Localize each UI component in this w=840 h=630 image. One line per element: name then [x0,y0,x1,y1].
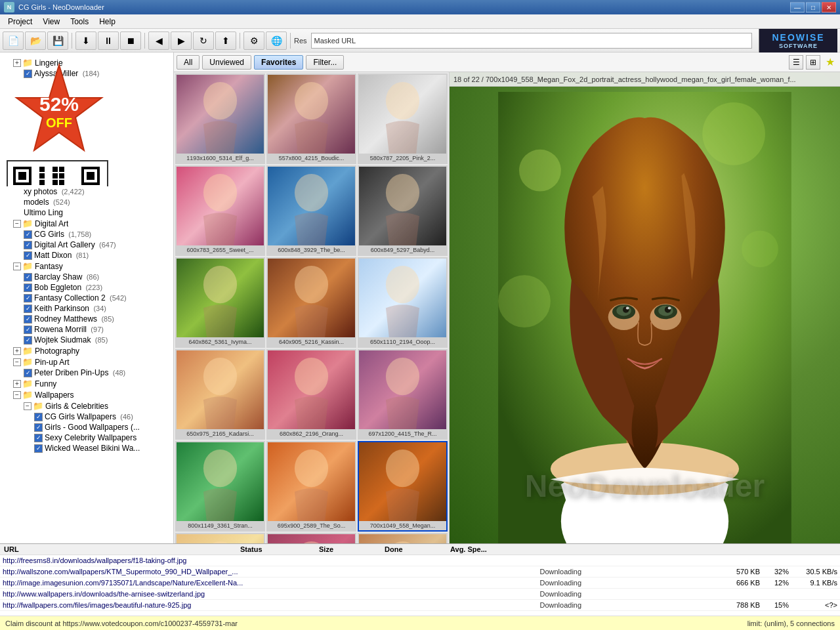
filter-unviewed-button[interactable]: Unviewed [202,55,251,70]
thumbnail-11[interactable]: 680x862_2196_Orang... [266,349,356,440]
check-sexycelebwalls[interactable] [34,434,43,442]
stop-button[interactable]: ⏹ [120,32,141,50]
check-wojtek[interactable] [24,336,32,345]
new-button[interactable]: 📄 [3,32,24,50]
check-wickedweasel[interactable] [34,444,43,453]
thumbnail-1[interactable]: 1193x1600_5314_Elf_g... [175,74,265,164]
tree-item-wallpapers[interactable]: − 📁 Wallpapers [0,389,173,400]
tree-item-wickedweasel[interactable]: Wicked Weasel Bikini Wa... [0,443,173,453]
tree-item-digital[interactable]: − 📁 Digital Art [0,218,173,229]
check-fantcol2[interactable] [24,294,32,303]
check-mattdixon[interactable] [24,251,32,260]
thumbnail-16[interactable]: ... [175,533,265,543]
thumbnail-7[interactable]: 640x862_5361_Ivyma... [175,257,265,348]
thumbnail-14[interactable]: 695x900_2589_The_So... [266,441,356,532]
tree-item-fantasy[interactable]: − 📁 Fantasy [0,261,173,272]
tree-item-sexyph[interactable]: xy photos (2,422) [0,186,173,197]
tree-item-photography[interactable]: + 📁 Photography [0,345,173,356]
check-rodney[interactable] [24,315,32,324]
tree-item-rowena[interactable]: Rowena Morrill (97) [0,324,173,335]
thumbnail-2[interactable]: 557x800_4215_Boudic... [266,74,356,164]
back-button[interactable]: ◀ [148,32,169,50]
thumbnail-12[interactable]: 697x1200_4415_The_R... [358,349,448,440]
tree-item-bobegg[interactable]: Bob Eggleton (223) [0,282,173,293]
tree-item-sexycelebwalls[interactable]: Sexy Celebrity Wallpapers [0,432,173,443]
thumbnail-6[interactable]: 600x849_5297_Babyd... [358,165,448,256]
tree-item-pinup[interactable]: − 📁 Pin-up Art [0,356,173,368]
fwd-button[interactable]: ▶ [171,32,192,50]
expand-wallpapers-icon[interactable]: − [13,391,21,399]
tree-item-keithpark[interactable]: Keith Parkinson (34) [0,303,173,314]
expand-girlscels-icon[interactable]: − [24,402,32,410]
check-dagallery[interactable] [24,241,32,249]
dl-row-5[interactable]: http://fwallpapers.com/files/images/beau… [0,600,840,611]
tree-item-girlsgood[interactable]: Girls - Good Wallpapers (... [0,422,173,432]
thumbnail-5[interactable]: 600x848_3929_The_be... [266,165,356,256]
expand-fantasy-icon[interactable]: − [13,262,21,270]
download-button[interactable]: ⬇ [75,32,96,50]
open-button[interactable]: 📂 [25,32,46,50]
expand-photo-icon[interactable]: + [13,347,21,355]
tree-item-fantcol2[interactable]: Fantasy Collection 2 (542) [0,293,173,303]
dl-row-1[interactable]: http://freesms8.in/downloads/wallpapers/… [0,555,840,566]
favorites-star-button[interactable]: ★ [823,55,837,70]
dl-row-4[interactable]: http://www.wallpapers.in/downloads/the-a… [0,589,840,600]
tree-item-wojtek[interactable]: Wojtek Siudmak (85) [0,335,173,345]
pause-button[interactable]: ⏸ [98,32,119,50]
filter-all-button[interactable]: All [177,55,200,70]
tree-container[interactable]: + 📁 Lingerie Alyssa Miller (184) 52% [0,52,173,543]
thumbnail-13[interactable]: 800x1149_3361_Stran... [175,441,265,532]
thumbnail-18[interactable]: ... [358,533,448,543]
image-grid-container[interactable]: 1193x1600_5314_Elf_g... 557x800_4215_Bou… [174,72,450,543]
check-rowena[interactable] [24,326,32,334]
check-bobegg[interactable] [24,284,32,292]
expand-digital-icon[interactable]: − [13,220,21,228]
thumbnail-9[interactable]: 650x1110_2194_Ooop... [358,257,448,348]
thumbnail-15[interactable]: 700x1049_558_Megan... [358,441,448,532]
expand-funny-icon[interactable]: + [13,380,21,388]
thumbnail-10[interactable]: 650x975_2165_Kadarsi... [175,349,265,440]
tree-item-cggirls[interactable]: CG Girls (1,758) [0,229,173,240]
filter-favorites-button[interactable]: Favorites [254,55,303,70]
tree-item-models[interactable]: models (524) [0,197,173,207]
thumbnail-3[interactable]: 580x787_2205_Pink_2... [358,74,448,164]
view-grid-button[interactable]: ⊞ [806,55,820,70]
check-keithpark[interactable] [24,304,32,313]
tree-item-mattdixon[interactable]: Matt Dixon (81) [0,250,173,261]
tree-item-girlscels[interactable]: − 📁 Girls & Celebrities [0,400,173,411]
filter-filter-button[interactable]: Filter... [306,55,344,70]
up-button[interactable]: ⬆ [215,32,236,50]
tree-item-barclay[interactable]: Barclay Shaw (86) [0,272,173,282]
menu-help[interactable]: Help [94,14,121,29]
check-girlsgood[interactable] [34,423,43,432]
tree-item-petersdriben[interactable]: Peter Driben Pin-Ups (48) [0,368,173,378]
menu-project[interactable]: Project [3,14,37,29]
globe-button[interactable]: 🌐 [266,32,287,50]
thumbnail-8[interactable]: 640x905_5216_Kassin... [266,257,356,348]
check-barclay[interactable] [24,273,32,282]
check-cggwalls[interactable] [34,413,43,421]
check-petersdriben[interactable] [24,369,32,377]
refresh-button[interactable]: ↻ [193,32,214,50]
close-button[interactable]: ✕ [822,2,836,12]
dl-row-2[interactable]: http://wallszone.com/wallpapers/KTM_Supe… [0,566,840,578]
thumbnail-4[interactable]: 600x783_2655_Sweet_... [175,165,265,256]
check-cggirls[interactable] [24,230,32,239]
settings-button[interactable]: ⚙ [243,32,264,50]
download-list[interactable]: http://freesms8.in/downloads/wallpapers/… [0,555,840,616]
save-button[interactable]: 💾 [47,32,68,50]
thumbnail-17[interactable]: ... [266,533,356,543]
tree-item-rodney[interactable]: Rodney Matthews (85) [0,314,173,324]
dl-row-3[interactable]: http://image.imagesunion.com/97135071/La… [0,578,840,589]
menu-tools[interactable]: Tools [65,14,94,29]
maximize-button[interactable]: □ [806,2,820,12]
menu-view[interactable]: View [37,14,65,29]
url-box[interactable]: Masked URL [311,33,752,49]
minimize-button[interactable]: — [790,2,805,12]
tree-item-funny[interactable]: + 📁 Funny [0,378,173,389]
tree-item-ultimo[interactable]: Ultimo Ling [0,207,173,218]
tree-item-dagallery[interactable]: Digital Art Gallery (647) [0,240,173,250]
view-list-button[interactable]: ☰ [789,55,803,70]
tree-item-cggwalls[interactable]: CG Girls Wallpapers (46) [0,411,173,422]
expand-pinup-icon[interactable]: − [13,358,21,366]
